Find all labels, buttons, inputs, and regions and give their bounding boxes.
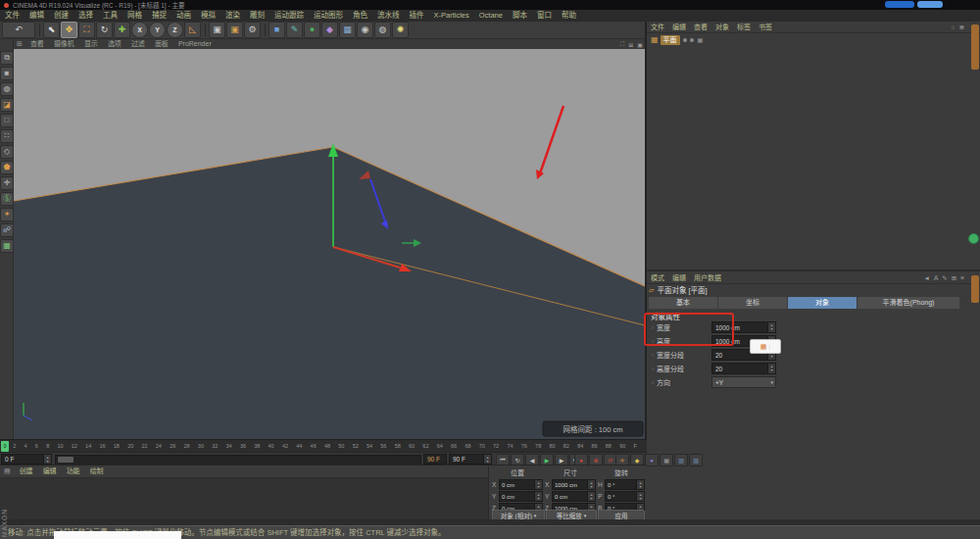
menu-item-7[interactable]: 捕捉 (147, 10, 172, 22)
viewport-canvas[interactable]: 网格间距 : 100 cm (14, 49, 645, 439)
lock-y-button[interactable]: Y (149, 22, 166, 38)
coord-stepper[interactable]: ▴▾ (636, 492, 644, 501)
panel-toggle-icon[interactable]: ▥ (674, 454, 688, 466)
object-mode-icon[interactable]: □ (0, 114, 14, 127)
高度分段-field[interactable]: 20▴▾ (711, 363, 776, 374)
方向-field[interactable]: +Y▾ (711, 376, 776, 388)
camera-icon[interactable]: ◉ (357, 22, 373, 38)
om-search-icon[interactable]: ○ (950, 24, 957, 31)
menu-item-16[interactable]: 插件 (405, 10, 429, 22)
render-settings-icon[interactable]: ⚙ (244, 22, 261, 38)
undo-icon[interactable]: ↶ (2, 22, 35, 38)
menu-item-8[interactable]: 动画 (172, 10, 196, 22)
render-view-icon[interactable]: ▣ (209, 22, 225, 38)
generator-icon[interactable]: ● (304, 22, 320, 38)
last-tool-icon[interactable]: ✚ (114, 22, 130, 38)
coord-field-位置-Y[interactable]: 0 cm▴▾ (499, 491, 543, 502)
am-grid-icon[interactable]: ⊞ (950, 274, 958, 282)
viewport-menu-item-6[interactable]: 面板 (150, 39, 173, 49)
menu-item-14[interactable]: 角色 (348, 10, 372, 22)
attr-toggle-icon[interactable]: ○ (649, 379, 657, 385)
coord-field-尺寸-X[interactable]: 1000 cm▴▾ (552, 479, 596, 490)
visibility-dot-top[interactable] (683, 38, 687, 42)
lock-x-button[interactable]: X (131, 22, 148, 38)
timeline-ruler[interactable]: 0246810121416182022242628303234363840424… (0, 439, 647, 452)
menu-item-6[interactable]: 网格 (122, 10, 147, 22)
viewport-menu-item-2[interactable]: 摄像机 (49, 39, 79, 49)
menu-item-12[interactable]: 运动跟踪 (270, 10, 309, 22)
menu-item-5[interactable]: 工具 (98, 10, 122, 22)
menu-item-20[interactable]: 窗口 (532, 10, 557, 22)
am-mode-a-icon[interactable]: A (932, 274, 940, 282)
am-menu-icon[interactable]: ≡ (958, 274, 966, 282)
om-filter-icon[interactable]: ≣ (957, 24, 966, 31)
timeline-slider-thumb[interactable] (58, 457, 74, 463)
titlebar-badge[interactable] (885, 1, 914, 8)
light-icon[interactable]: ✺ (392, 22, 409, 38)
menu-item-1[interactable]: 文件 (0, 10, 24, 22)
menu-item-11[interactable]: 雕刻 (245, 10, 270, 22)
workplane-mode-icon[interactable]: ◪ (0, 98, 14, 112)
lock-z-button[interactable]: Z (167, 22, 183, 38)
viewport-menu-item-5[interactable]: 过滤 (126, 39, 150, 49)
scale-tool-icon[interactable]: ⛶ (78, 22, 95, 38)
move-tool-icon[interactable]: ✥ (61, 22, 77, 38)
coord-field-尺寸-Y[interactable]: 0 cm▴▾ (552, 491, 596, 502)
panel-splitter[interactable] (647, 270, 980, 271)
attr-toggle-icon[interactable]: ○ (649, 366, 657, 371)
cursor-tool-icon[interactable]: ⬉ (43, 22, 60, 38)
am-edit-icon[interactable]: ✎ (940, 274, 949, 282)
object-manager-menu-item-4[interactable]: 对象 (711, 22, 733, 32)
viewport-menu-item-3[interactable]: 显示 (79, 39, 103, 49)
attribute-manager-menu-item-3[interactable]: 用户数据 (690, 272, 725, 283)
material-panel-icon[interactable]: ▤ (0, 466, 15, 477)
object-manager-scrollbar[interactable] (971, 24, 979, 70)
titlebar-badge-2[interactable] (917, 1, 943, 8)
viewport-menu-item-7[interactable]: ProRender (173, 39, 217, 49)
attribute-manager-menu-item-2[interactable]: 编辑 (668, 272, 690, 283)
menu-item-18[interactable]: Octane (474, 10, 508, 22)
menu-item-10[interactable]: 渲染 (220, 10, 245, 22)
material-menu-item-3[interactable]: 功能 (62, 466, 85, 477)
edges-mode-icon[interactable]: ◇ (0, 145, 14, 159)
object-manager-menu-item-5[interactable]: 标签 (733, 22, 755, 32)
material-menu-item-1[interactable]: 创建 (15, 466, 38, 477)
tab-平滑着色(Phong)[interactable]: 平滑着色(Phong) (858, 297, 959, 309)
coord-system-icon[interactable]: ◺ (184, 22, 201, 38)
object-manager-menu-item-1[interactable]: 文件 (647, 22, 668, 32)
coord-stepper[interactable]: ▴▾ (534, 492, 542, 501)
coord-stepper[interactable]: ▴▾ (636, 480, 644, 489)
menu-item-19[interactable]: 脚本 (508, 10, 532, 22)
end-frame-field[interactable]: 90 F ▴▾ (449, 454, 492, 465)
attribute-manager-menu-item-1[interactable]: 模式 (647, 272, 668, 283)
current-frame-field[interactable]: 0 F ▴▾ (1, 454, 52, 465)
snap-mode-icon[interactable]: ☍ (0, 223, 14, 237)
coord-stepper[interactable]: ▴▾ (534, 480, 542, 489)
quantize-icon[interactable]: ▦ (0, 239, 14, 253)
attr-toggle-icon[interactable]: ○ (649, 352, 657, 358)
object-label[interactable]: 平面 (661, 35, 680, 45)
viewport-menu-item-4[interactable]: 选项 (103, 39, 126, 49)
rotate-tool-icon[interactable]: ↻ (96, 22, 113, 38)
viewport-menu-item-1[interactable]: 查看 (25, 39, 49, 49)
coord-field-位置-X[interactable]: 0 cm▴▾ (499, 479, 543, 490)
object-manager-menu-item-3[interactable]: 查看 (690, 22, 711, 32)
coord-field-旋转-P[interactable]: 0 °▴▾ (605, 491, 645, 502)
model-mode-icon[interactable]: ■ (0, 67, 14, 80)
timeline-playhead[interactable]: 0 (1, 441, 9, 452)
menu-item-4[interactable]: 选择 (74, 10, 98, 22)
material-menu-item-2[interactable]: 编辑 (38, 466, 62, 477)
viewport-panel-icon[interactable]: ⊞ (14, 39, 25, 49)
vp-float-icon[interactable]: ▣ (635, 41, 645, 48)
vp-layout-icon[interactable]: ⊞ (626, 41, 635, 48)
coord-stepper[interactable]: ▴▾ (587, 480, 595, 489)
coord-stepper[interactable]: ▴▾ (587, 492, 595, 501)
solo-mode-icon[interactable]: Ⓢ (0, 192, 14, 206)
menu-item-21[interactable]: 帮助 (557, 10, 581, 22)
object-manager-menu-item-2[interactable]: 编辑 (668, 22, 690, 32)
object-tag-icon[interactable]: ▦ (698, 36, 704, 43)
spline-pen-icon[interactable]: ✎ (286, 22, 303, 38)
am-back-icon[interactable]: ◄ (922, 274, 932, 282)
menu-item-13[interactable]: 运动图形 (309, 10, 348, 22)
menu-item-2[interactable]: 编辑 (24, 10, 49, 22)
